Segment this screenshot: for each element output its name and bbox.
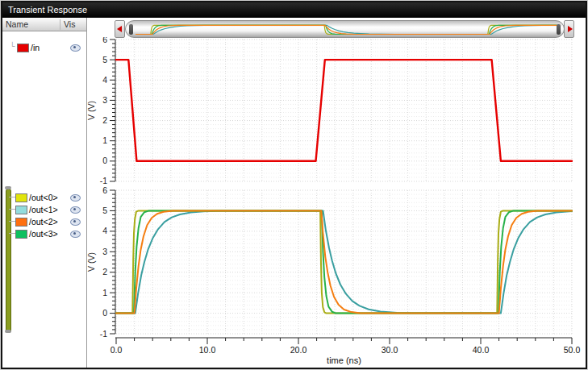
signal-row-out2[interactable]: /out<2>: [2, 216, 86, 227]
svg-text:-1: -1: [100, 329, 107, 339]
svg-text:1: 1: [102, 135, 107, 145]
scroll-left-button[interactable]: [115, 20, 125, 38]
svg-text:V (V): V (V): [87, 101, 96, 120]
signal-list-panel: Name Vis └ /in /out<0>: [2, 18, 87, 368]
signal-color-swatch: [17, 44, 29, 52]
signal-label[interactable]: /in: [31, 43, 40, 52]
svg-text:time (ns): time (ns): [327, 355, 361, 365]
svg-text:40.0: 40.0: [473, 345, 490, 355]
signal-list-body: └ /in /out<0> /out<1>: [2, 32, 86, 368]
visibility-eye-icon[interactable]: [70, 194, 81, 202]
svg-text:2: 2: [102, 267, 107, 276]
visibility-eye-icon[interactable]: [70, 44, 81, 52]
transient-response-window: Transient Response Name Vis └ /in: [1, 1, 587, 369]
output-waveform-plot[interactable]: -10123456V (V)0.010.020.030.040.050.0tim…: [87, 185, 587, 368]
window-title: Transient Response: [8, 5, 87, 15]
signal-row-out1[interactable]: /out<1>: [2, 204, 86, 215]
signal-color-swatch: [15, 193, 27, 202]
tree-connector: [9, 233, 15, 234]
svg-text:3: 3: [102, 95, 107, 105]
signal-color-swatch: [15, 230, 27, 239]
signal-color-swatch: [15, 206, 27, 214]
signal-row-in[interactable]: └ /in: [2, 42, 86, 53]
svg-text:5: 5: [102, 55, 107, 64]
svg-text:V (V): V (V): [87, 252, 96, 272]
svg-text:6: 6: [102, 37, 107, 44]
zoom-scrollbar-track[interactable]: [125, 20, 565, 38]
svg-text:5: 5: [102, 206, 107, 215]
svg-text:30.0: 30.0: [382, 345, 398, 355]
svg-text:4: 4: [102, 75, 107, 85]
svg-text:3: 3: [102, 247, 107, 256]
signal-label[interactable]: /out<2>: [29, 217, 58, 227]
svg-text:50.0: 50.0: [564, 345, 581, 355]
zoom-handle-right[interactable]: [557, 24, 561, 35]
bus-group-cap-bottom: [5, 330, 11, 333]
svg-text:20.0: 20.0: [290, 345, 307, 355]
svg-text:6: 6: [102, 185, 107, 195]
overview-mini-waveforms: [126, 21, 564, 37]
visibility-eye-icon[interactable]: [70, 218, 81, 226]
svg-text:4: 4: [102, 226, 107, 235]
visibility-eye-icon[interactable]: [70, 206, 81, 214]
zoom-scrollbar[interactable]: [115, 20, 574, 38]
svg-text:1: 1: [102, 288, 107, 297]
svg-text:0.0: 0.0: [111, 345, 123, 355]
tree-branch-icon: └: [10, 42, 15, 50]
signal-label[interactable]: /out<0>: [29, 193, 58, 202]
trace-/in: [116, 60, 572, 161]
visibility-eye-icon[interactable]: [70, 231, 81, 238]
svg-text:0: 0: [102, 156, 107, 165]
svg-text:0: 0: [102, 308, 107, 318]
tree-connector: [9, 197, 15, 197]
tree-connector: [9, 209, 15, 210]
svg-text:2: 2: [102, 115, 107, 125]
vis-column-header[interactable]: Vis: [60, 19, 75, 30]
svg-text:10.0: 10.0: [199, 345, 216, 355]
tree-connector: [9, 221, 15, 222]
app-frame: Transient Response Name Vis └ /in: [0, 0, 588, 370]
zoom-handle-left[interactable]: [129, 24, 133, 35]
svg-text:-1: -1: [100, 176, 107, 185]
bus-group-cap-top: [5, 186, 11, 189]
signal-list-header: Name Vis: [2, 18, 86, 31]
signal-row-out3[interactable]: /out<3>: [2, 228, 86, 239]
signal-color-swatch: [15, 218, 27, 227]
input-waveform-plot[interactable]: -10123456V (V): [87, 37, 587, 185]
name-column-header[interactable]: Name: [6, 19, 28, 29]
signal-label[interactable]: /out<1>: [29, 205, 58, 214]
signal-label[interactable]: /out<3>: [29, 229, 58, 239]
title-bar[interactable]: Transient Response: [2, 2, 586, 18]
signal-row-out0[interactable]: /out<0>: [2, 192, 86, 203]
scroll-right-button[interactable]: [564, 20, 574, 38]
scroll-left-arrow-icon: [117, 26, 122, 32]
waveform-area: -10123456V (V) -10123456V (V)0.010.020.0…: [87, 18, 586, 368]
scroll-right-arrow-icon: [568, 26, 573, 32]
